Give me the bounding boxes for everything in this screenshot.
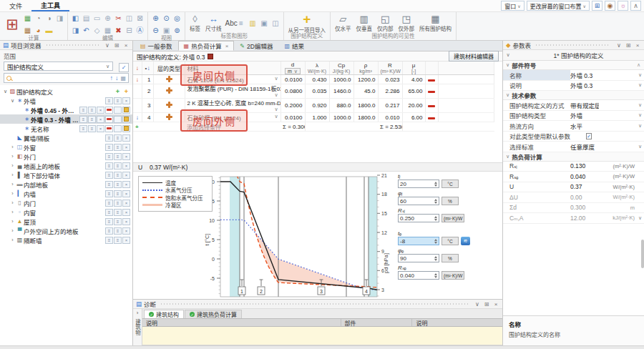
close-icon[interactable]: × bbox=[122, 190, 130, 197]
remove-icon[interactable] bbox=[105, 107, 113, 114]
text-style-icon[interactable]: Ⓐ bbox=[135, 26, 145, 35]
blank-icon[interactable] bbox=[114, 125, 122, 132]
list-icon[interactable]: ≡ bbox=[105, 218, 113, 225]
close-icon[interactable]: × bbox=[122, 218, 130, 225]
list-icon[interactable]: ≡ bbox=[114, 237, 122, 244]
list-icon[interactable]: ≡ bbox=[114, 227, 122, 235]
node-icon[interactable]: ◇ bbox=[92, 26, 102, 35]
window-menu-button[interactable]: 窗口∨ bbox=[501, 1, 524, 11]
tree-expander-icon[interactable]: › bbox=[9, 172, 16, 177]
close-icon[interactable]: × bbox=[97, 116, 104, 123]
paste-icon[interactable]: ◨ bbox=[71, 26, 80, 35]
pin-icon[interactable]: ⊞ bbox=[113, 42, 120, 49]
close-icon[interactable]: × bbox=[122, 227, 130, 235]
param-value[interactable]: 0.130 bbox=[570, 162, 599, 169]
panel-menu-icon[interactable]: ∨ bbox=[615, 42, 623, 49]
zoom-window-icon[interactable]: ◎ bbox=[172, 14, 182, 23]
tree-item[interactable]: ›▯内门≡≡× bbox=[0, 198, 132, 207]
delete-icon[interactable]: ✖ bbox=[114, 26, 123, 35]
row-action-cell[interactable] bbox=[425, 75, 438, 84]
tree-item[interactable]: ∗外墙 0.45 - 外墙 0.45≡≡× bbox=[0, 105, 132, 114]
delete-icon[interactable] bbox=[122, 116, 130, 123]
list-icon[interactable]: ≡ bbox=[105, 97, 113, 104]
mu-cell[interactable]: 6.00 bbox=[402, 113, 425, 122]
grid-icon[interactable]: ▦ bbox=[103, 26, 112, 35]
add-group-icon[interactable]: + bbox=[122, 88, 130, 95]
tab-file[interactable]: 文件 bbox=[0, 0, 31, 11]
settings-icon[interactable]: ◉ bbox=[605, 1, 615, 11]
material-cell[interactable]: 发泡聚氨酯 (PUR) - DIN 18159-1板035∨ bbox=[185, 84, 280, 99]
tree-expander-icon[interactable]: › bbox=[9, 228, 16, 233]
blank-icon[interactable] bbox=[114, 107, 122, 114]
tree-expander-icon[interactable]: › bbox=[9, 182, 16, 187]
cut-icon[interactable]: ✂ bbox=[114, 14, 123, 23]
list-icon[interactable]: ≡ bbox=[105, 209, 113, 216]
merge-icon[interactable]: ⊟ bbox=[125, 26, 134, 35]
mu-cell[interactable]: 4.00 bbox=[402, 75, 425, 84]
tree-item[interactable]: ›▎内墙≡≡× bbox=[0, 189, 132, 198]
tree-item[interactable]: ◣翼墙/隔板≡≡× bbox=[0, 133, 132, 142]
tree-expander-icon[interactable]: › bbox=[9, 200, 16, 205]
close-icon[interactable]: × bbox=[122, 153, 130, 160]
expand-icon[interactable]: › bbox=[137, 310, 139, 316]
section-header[interactable]: ∨部件符号∧ bbox=[503, 61, 644, 70]
spinner-icon[interactable] bbox=[434, 239, 437, 244]
close-icon[interactable]: × bbox=[122, 97, 130, 104]
search-input[interactable] bbox=[14, 74, 107, 82]
param-value[interactable]: 外墙 0.3 bbox=[570, 71, 599, 79]
outdoor-temperature-unit-button[interactable]: °C bbox=[441, 237, 459, 245]
list-icon[interactable]: ≡ bbox=[105, 153, 113, 160]
tree-expander-icon[interactable]: › bbox=[9, 191, 16, 196]
tree-expander-icon[interactable]: › bbox=[9, 163, 16, 168]
calculation-manager-icon[interactable]: ⊞ bbox=[3, 15, 21, 34]
layer-type-cell[interactable] bbox=[153, 84, 185, 99]
remove-icon[interactable] bbox=[105, 125, 113, 132]
brown-sheet-icon[interactable]: ▦ bbox=[23, 26, 32, 35]
close-tab-icon[interactable]: × bbox=[225, 43, 229, 49]
frame-icon[interactable]: ▭ bbox=[92, 14, 102, 23]
lambda-cell[interactable]: 0.430 bbox=[305, 75, 329, 84]
list-icon[interactable]: ≡ bbox=[105, 162, 113, 169]
outdoor-humidity-unit-button[interactable]: % bbox=[441, 254, 459, 262]
list-icon[interactable]: ≡ bbox=[114, 97, 122, 104]
param-value[interactable]: 0.300 bbox=[570, 204, 599, 211]
param-value[interactable]: 水平 bbox=[570, 122, 599, 130]
spinner-icon[interactable] bbox=[434, 273, 437, 278]
outdoor-temperature-input[interactable]: -8 bbox=[398, 237, 439, 245]
r-cell[interactable]: 0.217 bbox=[378, 99, 402, 113]
tree-item[interactable]: ›▥隔断墙≡≡× bbox=[0, 235, 132, 245]
rho-cell[interactable]: 1200.0 bbox=[353, 75, 378, 84]
r-cell[interactable]: 2.286 bbox=[378, 84, 402, 99]
panel-menu-icon[interactable]: ∨ bbox=[104, 42, 111, 49]
blank-icon[interactable] bbox=[114, 116, 122, 123]
layout-menu-button[interactable]: 更改屏幕的窗口布置∨ bbox=[527, 1, 590, 11]
indoor-humidity-input[interactable]: 60 bbox=[398, 197, 439, 205]
frame-a-icon[interactable]: ▣ bbox=[260, 19, 269, 28]
tab-2D编辑器[interactable]: ✎2D编辑器 bbox=[234, 41, 278, 51]
r-cell[interactable]: 0.023 bbox=[378, 75, 402, 84]
param-value[interactable]: 0.040 bbox=[570, 173, 599, 180]
search-down-icon[interactable]: ↓ bbox=[115, 74, 119, 82]
scope-select[interactable]: 围护结构定义∨ bbox=[4, 62, 113, 71]
tree-item[interactable]: ›▲屋顶≡≡× bbox=[0, 217, 132, 226]
note-icon[interactable]: ▥ bbox=[248, 19, 258, 28]
arrange-windows-icon[interactable]: ⊞ bbox=[592, 1, 602, 11]
list-icon[interactable]: ≡ bbox=[114, 134, 122, 142]
chevron-down-icon[interactable]: ∨ bbox=[636, 123, 644, 129]
tab-热负荷计算[interactable]: ▦热负荷计算× bbox=[178, 41, 235, 51]
only-horizontal-button[interactable]: ▱仅水平 bbox=[333, 13, 353, 33]
mu-cell[interactable]: 65.00 bbox=[402, 84, 425, 99]
close-icon[interactable]: × bbox=[634, 42, 641, 49]
indoor-temperature-unit-button[interactable]: °C bbox=[441, 180, 459, 188]
flame-icon[interactable]: ◕ bbox=[34, 26, 43, 35]
recalc-icon[interactable]: ◔ bbox=[34, 14, 43, 23]
param-value[interactable]: 外墙 0.3 bbox=[570, 81, 599, 89]
tree-expander-icon[interactable]: › bbox=[9, 237, 16, 242]
frame-b-icon[interactable]: ◫ bbox=[271, 19, 280, 28]
close-icon[interactable]: × bbox=[122, 209, 130, 216]
cp-cell[interactable]: 880.0 bbox=[329, 99, 353, 113]
chevron-down-icon[interactable]: ∨ bbox=[636, 144, 644, 149]
outdoor-humidity-input[interactable]: 90 bbox=[398, 254, 439, 262]
only-external-button[interactable]: ◳仅外部 bbox=[397, 13, 416, 33]
list-icon[interactable]: ≡ bbox=[79, 116, 87, 123]
